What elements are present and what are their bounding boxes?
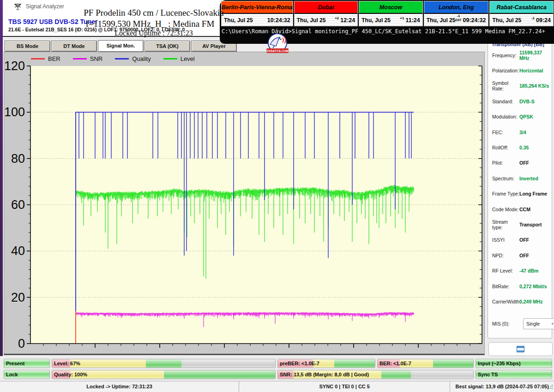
param-row: Symbol Rate:185,264 KS/s	[488, 78, 553, 94]
satellite-dish-icon	[14, 3, 22, 11]
meter-segment-gray	[411, 370, 473, 379]
param-row: ISSYIOFF	[488, 232, 553, 248]
param-label: Stream type:	[492, 219, 519, 230]
param-row: Pilot:OFF	[488, 155, 553, 171]
clock-3: London, EngThu, Jul 25-1DST09:24:32	[423, 1, 489, 26]
resize-grip[interactable]	[548, 385, 553, 389]
stream-list-button[interactable]	[488, 342, 553, 356]
param-row: BitRate:0,272 Mbit/s	[488, 279, 553, 294]
meter-segment-green	[146, 359, 181, 368]
status-label: Input (~235 Kbps)	[478, 359, 521, 368]
param-value: -47 dBm	[519, 268, 538, 273]
param-label: Symbol Rate:	[492, 80, 519, 91]
status-label: Present	[6, 359, 24, 368]
signal-analyzer-window: Signal Analyzer TBS 5927 USB DVB-S2 Tune…	[0, 0, 554, 392]
status-label: Sync TS	[478, 370, 498, 379]
mis-selected-value: Single	[526, 321, 540, 327]
window-left-border	[0, 0, 3, 356]
status-label: BER: <1.0E-7	[379, 359, 411, 368]
param-row: Frame Type:Long Frame	[488, 186, 553, 202]
legend-swatch	[73, 58, 87, 59]
param-value: CCM	[519, 207, 530, 212]
chart-legend: BERSNRQualityLevel	[31, 54, 195, 63]
parameter-list: Frequency:11599,337 MHzPolarization:Hori…	[488, 48, 553, 309]
status-meter-quality: Quality: 100%	[52, 370, 276, 379]
svg-text:100: 100	[4, 105, 25, 119]
legend-label: SNR	[90, 55, 102, 62]
clock-2: MoscowThu, Jul 25+111:24	[358, 1, 423, 26]
transponder-sidebar: Transponder (AB) [BB] Frequency:11599,33…	[488, 40, 552, 339]
param-value: QPSK	[519, 114, 533, 119]
param-label: RollOff:	[492, 145, 519, 150]
param-value: 0.35	[519, 145, 529, 150]
clock-city-label: Dubai	[294, 1, 358, 14]
param-value: 3/4	[519, 130, 526, 135]
param-value: OFF	[519, 237, 529, 243]
status-label: Level: 67%	[54, 359, 80, 368]
status-meter-snr: SNR: 13,5 dB (Margin: 8,0 dB | Good)	[277, 370, 474, 379]
status-meter-preber: preBER: <1.0E-7	[277, 359, 375, 368]
param-label: ISSYI	[492, 237, 519, 243]
status-label: Lock	[6, 370, 18, 379]
param-value: DVB-S	[519, 99, 535, 104]
frequency-title: f=11599,530 MHz_H_ : Medina FM	[86, 19, 215, 29]
svg-text:60: 60	[11, 198, 25, 212]
meter-segment-yellow	[70, 359, 146, 368]
svg-text:120: 120	[4, 59, 25, 73]
tab-signal-mon-[interactable]: Signal Mon.	[98, 40, 144, 52]
stream-list-icon	[517, 346, 524, 352]
clock-time-value: 12:24	[340, 17, 355, 24]
clock-date-time: Thu, Jul 2510:24:32	[221, 14, 293, 26]
clock-time-value: 09:24:32	[463, 17, 486, 24]
legend-swatch	[31, 58, 45, 59]
param-value: Horizontal	[519, 68, 543, 73]
param-label: Code Mode:	[492, 207, 519, 212]
tab-bar: BS ModeDT ModeSignal Mon.TSA (OK)AV Play…	[3, 40, 245, 52]
param-row: Stream type:Transport	[488, 217, 553, 232]
param-value: 185,264 KS/s	[519, 83, 549, 89]
param-value: OFF	[519, 253, 529, 258]
legend-item-snr: SNR	[73, 55, 102, 62]
status-meter-ber: BER: <1.0E-7	[377, 359, 474, 368]
clock-date-time: Thu, Jul 25+212:24	[294, 14, 358, 26]
param-row: Spectrum:Inverted	[488, 171, 553, 186]
legend-label: Level	[181, 55, 195, 62]
clock-time-value: 09:24	[536, 17, 551, 24]
mis-dropdown[interactable]: Single ▾	[523, 318, 554, 329]
clock-1: DubaiThu, Jul 25+212:24	[293, 1, 358, 26]
status-indicator-present: Present	[4, 359, 50, 368]
status-label: preBER: <1.0E-7	[280, 359, 319, 368]
param-row: Modulation:QPSK	[488, 109, 553, 125]
mis-label: MIS (0):	[492, 321, 519, 327]
statusbar-lock-uptime: Locked -> Uptime: 72:31:23	[0, 381, 239, 392]
status-meter-level: Level: 67%	[52, 359, 276, 368]
uptime-title: Locked Uptime : 72:31:23	[114, 29, 193, 37]
svg-text:80: 80	[11, 152, 25, 166]
param-value: Long Frame	[519, 191, 547, 196]
legend-item-level: Level	[163, 55, 195, 62]
param-value: Transport	[519, 222, 542, 227]
param-label: Standard:	[492, 99, 519, 104]
tab-bs-mode[interactable]: BS Mode	[5, 41, 50, 52]
clock-date-time: Thu, Jul 25-109:24	[489, 14, 554, 26]
clock-time-value: 11:24	[405, 17, 420, 24]
tab-tsa-ok-[interactable]: TSA (OK)	[145, 41, 190, 52]
status-bar: Locked -> Uptime: 72:31:23 SYNC 0 | TEI …	[0, 381, 554, 392]
clock-utc-offset: -1	[531, 17, 535, 20]
clock-time-value: 10:24:32	[267, 17, 290, 24]
site-title: PF Prodelin 450 cm / Lucenec-Slovakia	[84, 8, 223, 18]
world-clock-strip: Berlin-Paris-Vienna-RomaThu, Jul 2510:24…	[221, 1, 554, 26]
meter-segment-green	[164, 370, 276, 379]
clock-date: Thu, Jul 25	[224, 17, 253, 24]
param-row: Standard:DVB-S	[488, 94, 553, 109]
legend-label: Quality	[132, 55, 151, 62]
param-label: Frequency:	[492, 53, 519, 58]
status-indicator-lock: Lock	[4, 370, 50, 379]
legend-swatch	[163, 58, 177, 59]
meter-segment-green	[433, 359, 473, 368]
legend-item-ber: BER	[31, 55, 60, 62]
meter-segment-green	[381, 370, 410, 379]
tab-dt-mode[interactable]: DT Mode	[51, 41, 97, 52]
param-label: Modulation:	[492, 114, 519, 119]
svg-text:20: 20	[11, 291, 25, 304]
